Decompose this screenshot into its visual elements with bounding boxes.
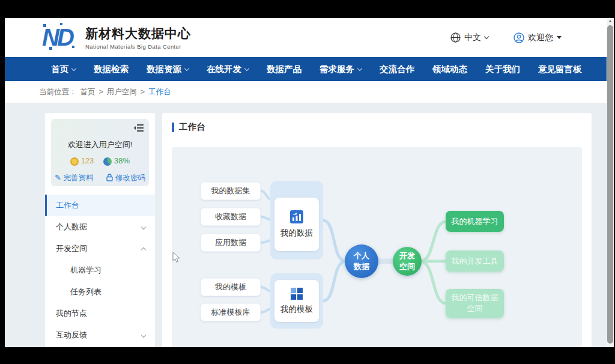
chart-icon: [290, 210, 303, 223]
chevron-down-icon: [141, 333, 146, 338]
node-personal-data-root[interactable]: 个人数据: [345, 244, 378, 278]
collapse-sidebar-icon[interactable]: [133, 124, 144, 135]
nav-item-domain-news[interactable]: 领域动态: [432, 64, 467, 75]
dropdown-arrow-icon: [557, 36, 562, 39]
user-welcome-text: 欢迎进入用户空间!: [51, 139, 149, 150]
group-my-templates[interactable]: 我的模板: [270, 273, 323, 329]
mindmap-canvas[interactable]: 我的数据集 收藏数据 应用数据 我的数据: [172, 147, 582, 347]
group-my-templates-label: 我的模板: [280, 304, 313, 315]
node-my-datasets[interactable]: 我的数据集: [201, 182, 261, 200]
group-my-data-label: 我的数据: [280, 228, 313, 238]
points-value: 123: [81, 156, 94, 165]
user-card: 欢迎进入用户空间! 123 38% ✎ 完善资料 修: [51, 119, 149, 186]
completion-stat: 38%: [103, 156, 130, 166]
sidebar-item-workbench[interactable]: 工作台: [45, 195, 155, 216]
breadcrumb: 当前位置： 首页 > 用户空间 > 工作台: [5, 81, 607, 103]
scrollbar-thumb[interactable]: [607, 25, 613, 344]
template-grid-icon: [291, 288, 303, 300]
chevron-down-icon: [357, 65, 362, 70]
site-header: ND 新材料大数据中心 National Materials Big Data …: [5, 18, 607, 57]
group-my-data[interactable]: 我的数据: [270, 181, 323, 259]
nav-item-home[interactable]: 首页: [51, 64, 76, 75]
nav-item-data-products[interactable]: 数据产品: [267, 64, 301, 75]
nav-item-exchange[interactable]: 交流合作: [380, 64, 414, 75]
scroll-up-arrow-icon[interactable]: ▲: [607, 19, 614, 23]
chevron-down-icon: [141, 225, 146, 229]
nav-item-feedback-board[interactable]: 意见留言板: [538, 64, 582, 75]
sidebar-item-task-list[interactable]: 任务列表: [45, 281, 155, 303]
user-card-links: ✎ 完善资料 修改密码: [51, 173, 149, 183]
node-favorite-data[interactable]: 收藏数据: [201, 208, 261, 226]
pencil-icon: ✎: [55, 173, 61, 182]
chevron-down-icon: [244, 65, 249, 70]
node-my-templates[interactable]: 我的模板: [201, 278, 261, 296]
site-title: 新材料大数据中心: [85, 25, 191, 42]
sidebar-menu: 工作台 个人数据 开发空间 机器学习 任务列表 我的节点 互动反馈: [45, 195, 155, 346]
language-selector[interactable]: 中文: [450, 32, 488, 43]
welcome-label: 欢迎您: [528, 32, 553, 43]
chevron-up-icon: [141, 247, 146, 252]
site-title-block: 新材料大数据中心 National Materials Big Data Cen…: [85, 25, 191, 50]
node-my-machine-learning[interactable]: 我的机器学习: [446, 211, 504, 232]
sidebar-item-interactive-feedback[interactable]: 互动反馈: [45, 324, 155, 346]
chevron-down-icon: [184, 65, 189, 70]
site-subtitle: National Materials Big Data Center: [85, 43, 191, 50]
sidebar-item-my-nodes[interactable]: 我的节点: [45, 303, 155, 324]
breadcrumb-separator: >: [141, 88, 145, 96]
vertical-scrollbar[interactable]: ▲: [607, 18, 614, 347]
panel-title: 工作台: [162, 113, 592, 133]
header-controls: 中文 欢迎您: [450, 18, 562, 57]
node-my-trusted-data-space[interactable]: 我的可信数据空间: [446, 289, 504, 318]
logo-icon: ND: [42, 23, 77, 52]
completion-pie-icon: [103, 157, 112, 166]
breadcrumb-home[interactable]: 首页: [80, 87, 95, 97]
logo[interactable]: ND 新材料大数据中心 National Materials Big Data …: [42, 23, 191, 52]
breadcrumb-user-space[interactable]: 用户空间: [107, 87, 137, 97]
coin-icon: [70, 157, 79, 166]
sidebar-item-machine-learning[interactable]: 机器学习: [45, 259, 155, 281]
complete-profile-link[interactable]: ✎ 完善资料: [55, 173, 93, 183]
browser-viewport: ND 新材料大数据中心 National Materials Big Data …: [5, 18, 614, 347]
node-applied-data[interactable]: 应用数据: [201, 234, 261, 252]
nav-item-data-resources[interactable]: 数据资源: [147, 64, 189, 75]
breadcrumb-current: 工作台: [148, 87, 171, 97]
node-my-dev-tools[interactable]: 我的开发工具: [446, 250, 504, 271]
nav-item-about-us[interactable]: 关于我们: [485, 64, 520, 75]
page-body: 欢迎进入用户空间! 123 38% ✎ 完善资料 修: [5, 103, 607, 347]
mouse-cursor: [172, 252, 181, 263]
user-icon: [514, 32, 524, 43]
sidebar-item-dev-space[interactable]: 开发空间: [45, 238, 155, 259]
user-stats: 123 38%: [51, 156, 149, 166]
node-standard-template-lib[interactable]: 标准模板库: [201, 303, 261, 321]
sidebar-item-personal-data[interactable]: 个人数据: [45, 216, 155, 238]
main-nav: 首页 数据检索 数据资源 在线开发 数据产品 需求服务 交流合作 领域动态 关于…: [5, 57, 607, 81]
nav-item-online-dev[interactable]: 在线开发: [207, 64, 249, 75]
change-password-link[interactable]: 修改密码: [106, 173, 145, 183]
globe-icon: [450, 32, 461, 43]
node-dev-space-root[interactable]: 开发空间: [393, 247, 422, 276]
chevron-down-icon: [71, 65, 76, 70]
chevron-down-icon: [484, 34, 489, 39]
user-menu[interactable]: 欢迎您: [514, 32, 562, 43]
nav-item-data-search[interactable]: 数据检索: [94, 64, 129, 75]
nav-item-demand-services[interactable]: 需求服务: [320, 64, 362, 75]
page-content: ND 新材料大数据中心 National Materials Big Data …: [5, 18, 607, 347]
sidebar: 欢迎进入用户空间! 123 38% ✎ 完善资料 修: [45, 113, 155, 347]
breadcrumb-prefix: 当前位置：: [39, 87, 77, 97]
language-label: 中文: [464, 32, 481, 43]
lock-icon: [106, 174, 113, 181]
points-stat: 123: [70, 156, 94, 166]
breadcrumb-separator: >: [99, 88, 103, 96]
completion-value: 38%: [114, 156, 130, 165]
workbench-panel: 工作台: [162, 113, 592, 347]
panel-title-text: 工作台: [179, 121, 205, 133]
title-accent-bar: [172, 123, 174, 132]
